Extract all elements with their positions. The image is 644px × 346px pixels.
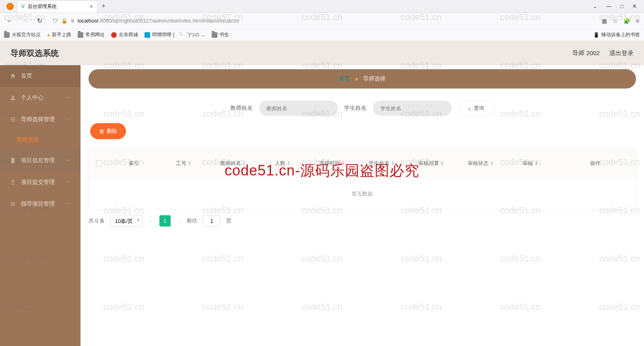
bookmark-star-icon[interactable]: ☆ bbox=[613, 18, 618, 24]
breadcrumb: 首页 ★ 导师选择 bbox=[89, 69, 636, 89]
svg-point-0 bbox=[12, 96, 14, 98]
sidebar-item-label: 个人中心 bbox=[21, 94, 43, 101]
delete-button[interactable]: 🗑 删除 bbox=[90, 123, 126, 139]
sort-icon[interactable]: ▲▼ bbox=[188, 161, 191, 166]
column-status: 审核状态▲▼ bbox=[456, 160, 506, 167]
bookmark-item[interactable]: 书生 bbox=[212, 31, 229, 38]
query-button[interactable]: ⌕ 查询 bbox=[458, 101, 494, 116]
sidebar-item-project-info[interactable]: 项目信息管理 ﹀ bbox=[0, 150, 80, 171]
bookmark-item[interactable]: 哔哩哔哩 ( ゜- ゜)つロ ... bbox=[144, 31, 205, 38]
url-bar[interactable]: 🛡 🔒 ⊘ localhost:8080/springboot05127/adm… bbox=[50, 18, 596, 24]
nav-forward-icon[interactable]: → bbox=[20, 16, 30, 26]
window-close-icon[interactable]: ✕ bbox=[632, 3, 637, 9]
firefox-logo-icon bbox=[6, 3, 14, 10]
student-name-input[interactable] bbox=[373, 101, 452, 116]
sort-icon[interactable]: ▲▼ bbox=[391, 161, 394, 166]
student-name-label: 学生姓名 bbox=[344, 105, 367, 112]
bilibili-icon bbox=[144, 32, 150, 38]
delete-button-label: 删除 bbox=[107, 128, 117, 135]
bookmark-item[interactable]: 火狐官方站点 bbox=[4, 31, 41, 38]
svg-rect-5 bbox=[11, 204, 15, 204]
bookmark-item[interactable]: 常用网址 bbox=[78, 31, 105, 38]
menu-icon[interactable]: ≡ bbox=[636, 18, 639, 24]
data-table: 索引 工号▲▼ 教师姓名▲▼ 人数▲▼ 选择时间▲▼ 学生姓名▲▼ 审核回复▲▼… bbox=[89, 149, 636, 210]
column-teacher: 教师姓名▲▼ bbox=[208, 160, 258, 167]
breadcrumb-home[interactable]: 首页 bbox=[339, 75, 350, 82]
bookmark-item[interactable]: 京东商城 bbox=[111, 31, 138, 38]
goto-suffix: 页 bbox=[226, 217, 231, 224]
goto-label: 前往 bbox=[187, 217, 197, 224]
pagination: 共 0 条 10条/页 ‹ 1 › 前往 页 bbox=[89, 215, 636, 227]
sidebar-item-label: 导师选择管理 bbox=[21, 116, 55, 123]
window-controls: ⌄ — □ ✕ bbox=[593, 3, 644, 9]
window-minimize-icon[interactable]: — bbox=[606, 3, 611, 9]
vue-favicon-icon: V bbox=[21, 4, 25, 9]
tab-title: 后台管理系统 bbox=[28, 3, 57, 10]
mobile-bookmarks[interactable]: 📱移动设备上的书签 bbox=[593, 31, 640, 38]
tab-close-icon[interactable]: × bbox=[90, 3, 93, 10]
search-icon: ⌕ bbox=[468, 105, 471, 111]
upload-icon bbox=[10, 179, 16, 185]
sort-icon[interactable]: ▲▼ bbox=[490, 161, 493, 166]
column-count: 人数▲▼ bbox=[258, 160, 307, 167]
trash-icon: 🗑 bbox=[99, 128, 104, 134]
shield-icon[interactable]: 🛡 bbox=[53, 18, 58, 24]
permission-icon[interactable]: ⊘ bbox=[71, 18, 74, 23]
sidebar-item-label: 项目提交管理 bbox=[21, 179, 55, 186]
sort-icon[interactable]: ▲▼ bbox=[287, 161, 290, 166]
page-size-select[interactable]: 10条/页 bbox=[110, 215, 143, 227]
svg-rect-3 bbox=[11, 121, 15, 121]
browser-tab[interactable]: V 后台管理系统 × bbox=[17, 0, 97, 12]
menu-icon bbox=[10, 201, 16, 207]
page-number[interactable]: 1 bbox=[159, 215, 171, 227]
sort-icon[interactable]: ▲▼ bbox=[243, 161, 246, 166]
sort-icon[interactable]: ▲▼ bbox=[342, 161, 345, 166]
chevron-down-icon: ﹀ bbox=[66, 201, 71, 207]
page-next-icon[interactable]: › bbox=[176, 218, 181, 224]
current-user[interactable]: 导师 2002 bbox=[572, 49, 600, 57]
table-header: 索引 工号▲▼ 教师姓名▲▼ 人数▲▼ 选择时间▲▼ 学生姓名▲▼ 审核回复▲▼… bbox=[89, 149, 636, 177]
chevron-down-icon: ﹀ bbox=[66, 179, 71, 185]
chevron-down-icon: ﹀ bbox=[66, 158, 71, 164]
sidebar-item-mentor-select-mgmt[interactable]: 导师选择管理 ﹀ bbox=[0, 109, 80, 130]
nav-reload-icon[interactable]: ↻ bbox=[35, 15, 44, 26]
window-dropdown-icon[interactable]: ⌄ bbox=[593, 3, 597, 9]
star-icon: ★ bbox=[354, 76, 359, 82]
sort-icon[interactable]: ▲▼ bbox=[441, 161, 444, 166]
folder-icon bbox=[212, 32, 217, 38]
select-all-checkbox[interactable] bbox=[96, 161, 102, 167]
sidebar-item-project-submit[interactable]: 项目提交管理 ﹀ bbox=[0, 171, 80, 193]
new-tab-button[interactable]: + bbox=[101, 2, 106, 10]
page-prev-icon[interactable]: ‹ bbox=[149, 218, 153, 224]
logout-link[interactable]: 退出登录 bbox=[609, 49, 634, 57]
window-maximize-icon[interactable]: □ bbox=[620, 3, 623, 9]
extensions-icon[interactable]: 🧩 bbox=[623, 18, 630, 24]
sidebar-subitem-mentor-select[interactable]: 导师选择 bbox=[0, 130, 80, 150]
table-empty-text: 暂无数据 bbox=[89, 177, 636, 210]
svg-rect-1 bbox=[11, 117, 15, 118]
column-student: 学生姓名▲▼ bbox=[357, 160, 407, 167]
chevron-down-icon: ﹀ bbox=[66, 117, 71, 123]
svg-rect-6 bbox=[11, 205, 15, 206]
pagination-total: 共 0 条 bbox=[89, 217, 105, 224]
breadcrumb-current: 导师选择 bbox=[363, 75, 386, 82]
sort-icon[interactable]: ▲▼ bbox=[535, 161, 538, 166]
query-button-label: 查询 bbox=[474, 105, 484, 112]
sidebar-item-profile[interactable]: 个人中心 ﹀ bbox=[0, 87, 80, 109]
lock-icon[interactable]: 🔒 bbox=[61, 18, 68, 24]
nav-back-icon[interactable]: ← bbox=[5, 16, 14, 26]
teacher-name-input[interactable] bbox=[259, 101, 338, 116]
sidebar-item-home[interactable]: 首页 bbox=[0, 65, 80, 87]
folder-icon bbox=[78, 32, 83, 38]
jd-icon bbox=[111, 32, 117, 38]
reader-icon[interactable]: ▦ bbox=[602, 18, 607, 24]
column-action: 操作 bbox=[555, 160, 636, 167]
list-icon bbox=[10, 116, 16, 123]
mobile-icon: 📱 bbox=[593, 32, 599, 38]
svg-rect-2 bbox=[11, 119, 15, 119]
svg-rect-4 bbox=[11, 202, 15, 203]
action-bar: 🗑 删除 bbox=[89, 123, 636, 139]
sidebar-item-guide-project[interactable]: 指导项目管理 ﹀ bbox=[0, 193, 80, 215]
goto-page-input[interactable] bbox=[203, 215, 221, 227]
bookmark-item[interactable]: ●新手上路 bbox=[47, 31, 71, 38]
